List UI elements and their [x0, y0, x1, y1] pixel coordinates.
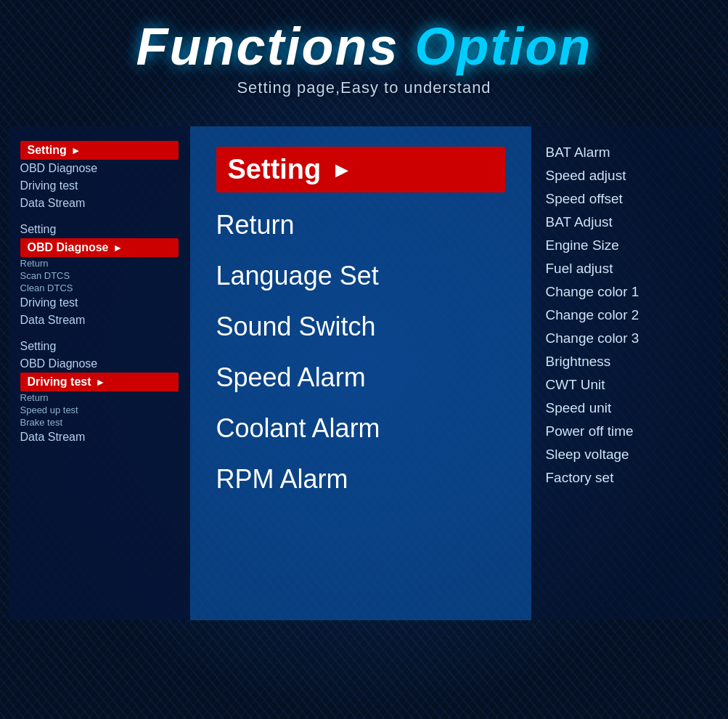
title-part1: Functions — [136, 17, 415, 76]
left-item-label: OBD Diagnose — [28, 241, 109, 254]
right-item-speedoffset[interactable]: Speed offset — [546, 187, 705, 211]
middle-arrow-icon: ► — [331, 158, 353, 182]
left-item-label: Setting — [28, 144, 67, 157]
middle-item-sound[interactable]: Sound Switch — [216, 301, 505, 352]
left-item-obd-1[interactable]: OBD Diagnose — [20, 160, 179, 177]
right-item-speedadjust[interactable]: Speed adjust — [546, 164, 705, 187]
left-subitem-cleandtcs[interactable]: Clean DTCS — [20, 282, 179, 294]
left-item-driving-1[interactable]: Driving test — [20, 177, 179, 195]
page-content: Functions Option Setting page,Easy to un… — [0, 0, 728, 719]
left-group-1: Setting ► OBD Diagnose Driving test Data… — [20, 141, 179, 212]
right-item-sleepvoltage[interactable]: Sleep voltage — [546, 443, 705, 466]
left-subitem-speedup[interactable]: Speed up test — [20, 404, 179, 416]
left-item-obd-3[interactable]: OBD Diagnose — [20, 355, 179, 373]
right-item-cwtunit[interactable]: CWT Unit — [546, 373, 705, 397]
middle-item-label: Setting — [228, 154, 322, 185]
arrow-icon: ► — [71, 145, 81, 156]
middle-item-speedalarm[interactable]: Speed Alarm — [216, 352, 505, 403]
right-item-factoryset[interactable]: Factory set — [546, 466, 705, 490]
right-item-color1[interactable]: Change color 1 — [546, 280, 705, 304]
right-item-poweroff[interactable]: Power off time — [546, 420, 705, 443]
middle-item-return[interactable]: Return — [216, 200, 505, 251]
right-item-brightness[interactable]: Brightness — [546, 350, 705, 373]
right-item-fueladjust[interactable]: Fuel adjust — [546, 257, 705, 280]
right-panel: BAT Alarm Speed adjust Speed offset BAT … — [531, 126, 720, 620]
left-group-3: Setting OBD Diagnose Driving test ► Retu… — [20, 338, 179, 446]
left-subitem-return-2[interactable]: Return — [20, 391, 179, 404]
left-group-2: Setting OBD Diagnose ► Return Scan DTCS … — [20, 221, 179, 329]
left-subitem-scandtcs[interactable]: Scan DTCS — [20, 269, 179, 282]
middle-item-coolant[interactable]: Coolant Alarm — [216, 403, 505, 454]
panels-row: Setting ► OBD Diagnose Driving test Data… — [9, 126, 720, 620]
left-item-setting-2[interactable]: Setting — [20, 221, 179, 238]
arrow-icon: ► — [113, 242, 123, 253]
right-item-batadjust[interactable]: BAT Adjust — [546, 211, 705, 234]
left-item-data-1[interactable]: Data Stream — [20, 195, 179, 212]
left-subitem-return-1[interactable]: Return — [20, 257, 179, 269]
page-subtitle: Setting page,Easy to understand — [136, 78, 592, 97]
middle-panel: Setting ► Return Language Set Sound Swit… — [190, 126, 531, 620]
left-item-setting-3[interactable]: Setting — [20, 338, 179, 355]
right-item-speedunit[interactable]: Speed unit — [546, 397, 705, 420]
right-item-color2[interactable]: Change color 2 — [546, 304, 705, 327]
left-item-label: Driving test — [28, 375, 91, 389]
right-item-enginesize[interactable]: Engine Size — [546, 234, 705, 257]
left-item-setting-1[interactable]: Setting ► — [20, 141, 179, 160]
left-item-driving-2[interactable]: Driving test — [20, 294, 179, 312]
right-item-color3[interactable]: Change color 3 — [546, 327, 705, 350]
page-title: Functions Option — [136, 20, 592, 73]
left-item-data-2[interactable]: Data Stream — [20, 312, 179, 329]
title-part2: Option — [415, 17, 592, 76]
left-item-obd-2[interactable]: OBD Diagnose ► — [20, 238, 179, 257]
left-subitem-brake[interactable]: Brake test — [20, 416, 179, 428]
middle-item-setting[interactable]: Setting ► — [216, 147, 505, 192]
right-item-batalarm[interactable]: BAT Alarm — [546, 141, 705, 164]
left-item-data-3[interactable]: Data Stream — [20, 428, 179, 446]
left-item-driving-3[interactable]: Driving test ► — [20, 373, 179, 391]
left-panel: Setting ► OBD Diagnose Driving test Data… — [9, 126, 190, 620]
middle-item-language[interactable]: Language Set — [216, 251, 505, 301]
middle-item-rpm[interactable]: RPM Alarm — [216, 454, 505, 505]
arrow-icon: ► — [96, 376, 106, 388]
header: Functions Option Setting page,Easy to un… — [136, 0, 592, 105]
